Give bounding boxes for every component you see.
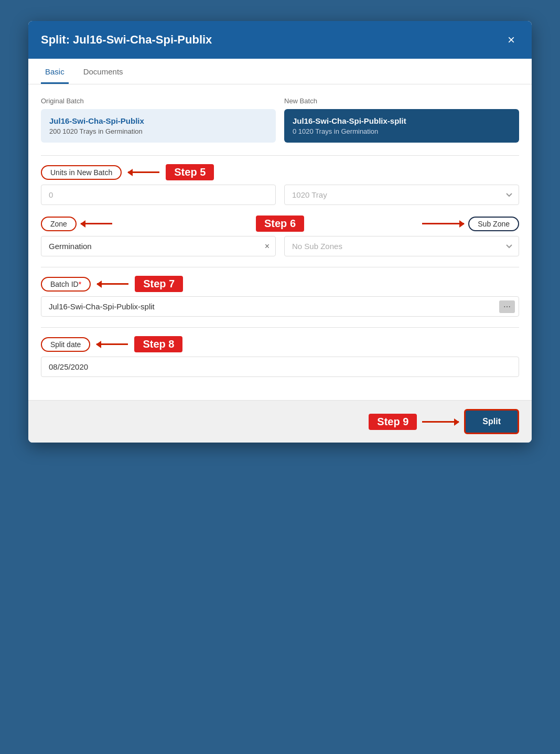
modal-title: Split: Jul16-Swi-Cha-Spi-Publix	[41, 33, 212, 47]
zone-input-col: ×	[41, 236, 276, 256]
units-select-col: 1020 Tray	[284, 185, 519, 205]
batchid-input-wrapper: ⋯	[41, 296, 519, 317]
step5-badge: Step 5	[166, 164, 214, 180]
original-batch-desc: 200 1020 Trays in Germination	[49, 127, 267, 135]
units-select[interactable]: 1020 Tray	[284, 185, 519, 205]
divider-3	[41, 327, 519, 328]
step8-badge: Step 8	[134, 336, 182, 352]
batchid-more-btn[interactable]: ⋯	[499, 300, 515, 313]
arrow-left-7	[97, 283, 128, 285]
original-batch-card: Original Batch Jul16-Swi-Cha-Spi-Publix …	[41, 97, 276, 143]
modal-header: Split: Jul16-Swi-Cha-Spi-Publix ×	[28, 21, 532, 59]
zone-field-row: × No Sub Zones	[41, 236, 519, 256]
units-label: Units in New Batch	[41, 165, 122, 180]
new-batch-card: New Batch Jul16-Swi-Cha-Spi-Publix-split…	[284, 97, 519, 143]
splitdate-section: Split date Step 8	[41, 336, 519, 377]
split-modal: Split: Jul16-Swi-Cha-Spi-Publix × Basic …	[28, 21, 532, 443]
step6-badge: Step 6	[256, 216, 304, 232]
subzone-select-col: No Sub Zones	[284, 236, 519, 256]
batchid-label-text: Batch ID	[50, 280, 79, 288]
split-button[interactable]: Split	[464, 409, 519, 434]
modal-body: Original Batch Jul16-Swi-Cha-Spi-Publix …	[28, 84, 532, 400]
new-batch-name: Jul16-Swi-Cha-Spi-Publix-split	[293, 116, 511, 125]
splitdate-label: Split date	[41, 337, 90, 352]
batchid-input[interactable]	[41, 296, 519, 317]
units-input[interactable]	[41, 185, 276, 205]
zone-input[interactable]	[41, 236, 276, 256]
new-batch-inner: Jul16-Swi-Cha-Spi-Publix-split 0 1020 Tr…	[284, 109, 519, 143]
tab-documents[interactable]: Documents	[79, 59, 127, 84]
original-batch-inner: Jul16-Swi-Cha-Spi-Publix 200 1020 Trays …	[41, 109, 276, 143]
units-field-row: 1020 Tray	[41, 185, 519, 205]
arrow-right-6b	[422, 223, 464, 224]
zone-clear-icon[interactable]: ×	[265, 242, 270, 251]
divider-2	[41, 267, 519, 267]
batchid-section: Batch ID* Step 7 ⋯	[41, 276, 519, 317]
batch-cards-row: Original Batch Jul16-Swi-Cha-Spi-Publix …	[41, 97, 519, 143]
arrow-left-6a	[81, 223, 112, 224]
splitdate-input[interactable]	[41, 357, 519, 377]
new-batch-desc: 0 1020 Trays in Germination	[293, 127, 511, 135]
modal-tabs: Basic Documents	[28, 59, 532, 84]
close-button[interactable]: ×	[503, 31, 519, 48]
batchid-required: *	[79, 280, 81, 288]
step7-badge: Step 7	[135, 276, 183, 292]
arrow-left-5	[128, 171, 159, 173]
subzone-select[interactable]: No Sub Zones	[284, 236, 519, 256]
arrow-left-8	[96, 343, 128, 345]
modal-footer: Step 9 Split	[28, 400, 532, 443]
step9-badge: Step 9	[369, 414, 417, 430]
zone-label: Zone	[41, 217, 77, 231]
step9-row: Step 9 Split	[369, 409, 519, 434]
units-input-col	[41, 185, 276, 205]
units-section: Units in New Batch Step 5 1020 Tray	[41, 164, 519, 205]
original-batch-label: Original Batch	[41, 97, 276, 105]
zone-section: Zone Step 6 Sub Zone ×	[41, 216, 519, 256]
divider-1	[41, 155, 519, 156]
new-batch-label: New Batch	[284, 97, 519, 105]
subzone-label: Sub Zone	[468, 217, 519, 231]
zone-field-wrapper: ×	[41, 236, 276, 256]
original-batch-name: Jul16-Swi-Cha-Spi-Publix	[49, 116, 267, 125]
batchid-label: Batch ID*	[41, 277, 91, 292]
tab-basic[interactable]: Basic	[41, 59, 69, 84]
